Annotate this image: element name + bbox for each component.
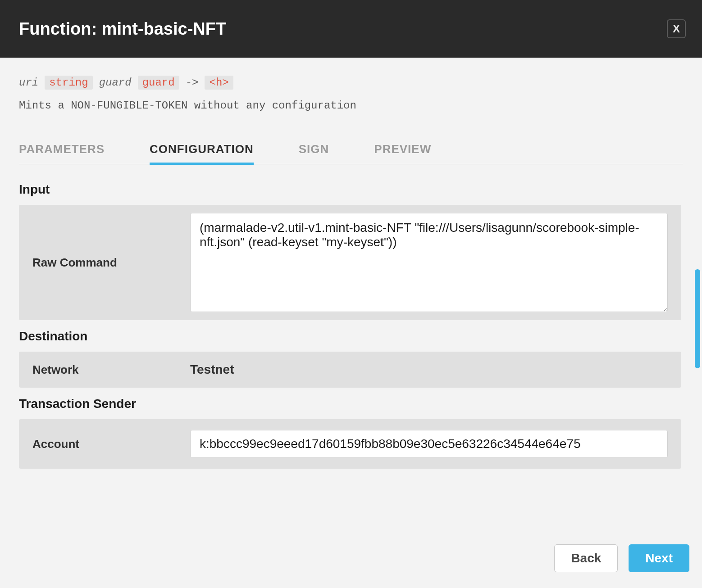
- tab-configuration[interactable]: CONFIGURATION: [150, 137, 254, 165]
- close-icon: X: [673, 23, 680, 35]
- account-label: Account: [32, 437, 190, 451]
- next-button[interactable]: Next: [629, 544, 689, 572]
- section-destination-label: Destination: [19, 329, 681, 344]
- section-sender-label: Transaction Sender: [19, 397, 681, 411]
- arrow-icon: ->: [186, 77, 199, 89]
- account-panel: Account: [19, 419, 681, 469]
- tab-sign[interactable]: SIGN: [299, 137, 329, 165]
- function-signature: uri string guard guard -> <h>: [19, 76, 683, 90]
- dialog-content: uri string guard guard -> <h> Mints a NO…: [0, 58, 702, 538]
- param-type: string: [45, 76, 92, 90]
- close-button[interactable]: X: [667, 19, 686, 38]
- dialog-footer: Back Next: [0, 538, 702, 588]
- scrollbar-thumb[interactable]: [695, 269, 700, 368]
- config-scroll-area[interactable]: Input Raw Command Destination Network Te…: [19, 173, 683, 488]
- raw-command-panel: Raw Command: [19, 205, 681, 320]
- param-name: guard: [99, 77, 132, 89]
- return-type: <h>: [205, 76, 233, 90]
- section-input-label: Input: [19, 182, 681, 197]
- network-value: Testnet: [190, 362, 234, 377]
- raw-command-input[interactable]: [190, 213, 668, 312]
- param-type: guard: [138, 76, 179, 90]
- dialog-title: Function: mint-basic-NFT: [19, 19, 226, 39]
- function-description: Mints a NON-FUNGIBLE-TOKEN without any c…: [19, 100, 683, 112]
- dialog-header: Function: mint-basic-NFT X: [0, 0, 702, 58]
- param-name: uri: [19, 77, 38, 89]
- network-panel: Network Testnet: [19, 352, 681, 388]
- tab-parameters[interactable]: PARAMETERS: [19, 137, 105, 165]
- back-button[interactable]: Back: [554, 544, 618, 572]
- raw-command-label: Raw Command: [32, 256, 190, 270]
- tab-bar: PARAMETERS CONFIGURATION SIGN PREVIEW: [19, 137, 683, 164]
- network-label: Network: [32, 363, 190, 377]
- account-input[interactable]: [190, 430, 668, 458]
- tab-preview[interactable]: PREVIEW: [374, 137, 431, 165]
